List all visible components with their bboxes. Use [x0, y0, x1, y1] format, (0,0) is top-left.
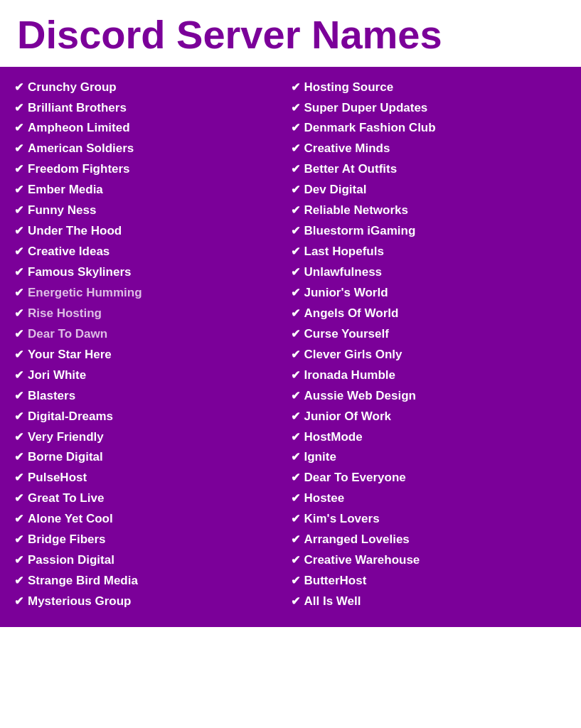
checkmark-icon: ✔ — [291, 553, 300, 567]
list-item: ✔Bluestorm iGaming — [291, 223, 567, 240]
list-item: ✔American Soldiers — [14, 141, 291, 157]
checkmark-icon: ✔ — [14, 327, 23, 341]
item-name: Creative Minds — [304, 141, 390, 157]
checkmark-icon: ✔ — [14, 553, 23, 567]
item-name: Angels Of World — [304, 306, 399, 322]
item-name: Ampheon Limited — [28, 120, 130, 136]
checkmark-icon: ✔ — [291, 121, 300, 134]
checkmark-icon: ✔ — [291, 80, 300, 94]
list-item: ✔Dear To Everyone — [291, 470, 567, 486]
list-item: ✔Creative Minds — [291, 141, 567, 157]
item-name: Junior Of Work — [304, 409, 391, 425]
item-name: Unlawfulness — [304, 264, 383, 281]
list-item: ✔Unlawfulness — [291, 264, 567, 281]
item-name: Your Star Here — [28, 347, 112, 363]
item-name: All Is Well — [304, 594, 361, 610]
checkmark-icon: ✔ — [14, 245, 23, 258]
checkmark-icon: ✔ — [14, 162, 23, 176]
item-name: Creative Warehouse — [304, 552, 420, 569]
list-item: ✔Jori White — [14, 368, 291, 384]
checkmark-icon: ✔ — [14, 80, 23, 94]
list-item: ✔Ember Media — [14, 182, 291, 198]
list-item: ✔Energetic Humming — [14, 285, 291, 301]
item-name: Kim's Lovers — [304, 511, 380, 528]
checkmark-icon: ✔ — [291, 594, 300, 608]
list-item: ✔Aussie Web Design — [291, 388, 567, 405]
item-name: Famous Skyliners — [28, 264, 132, 281]
checkmark-icon: ✔ — [291, 574, 300, 587]
checkmark-icon: ✔ — [14, 265, 23, 279]
page-title: Discord Server Names — [17, 13, 564, 57]
list-item: ✔Ignite — [291, 449, 567, 466]
checkmark-icon: ✔ — [291, 348, 300, 361]
item-name: Great To Live — [28, 491, 104, 507]
list-item: ✔Creative Warehouse — [291, 552, 567, 569]
list-item: ✔Famous Skyliners — [14, 264, 291, 281]
checkmark-icon: ✔ — [291, 224, 300, 237]
list-item: ✔Arranged Lovelies — [291, 532, 567, 548]
item-name: Ironada Humble — [304, 368, 395, 384]
checkmark-icon: ✔ — [291, 512, 300, 525]
checkmark-icon: ✔ — [291, 491, 300, 505]
item-name: Freedom Fighters — [28, 161, 130, 178]
item-name: PulseHost — [28, 470, 87, 486]
item-name: Mysterious Group — [28, 594, 131, 610]
item-name: Ember Media — [28, 182, 103, 198]
list-item: ✔Hosting Source — [291, 80, 567, 96]
item-name: Passion Digital — [28, 552, 114, 569]
item-name: Digital-Dreams — [28, 409, 113, 425]
item-name: Dear To Dawn — [28, 326, 107, 343]
list-item: ✔Curse Yourself — [291, 326, 567, 343]
checkmark-icon: ✔ — [14, 348, 23, 361]
item-name: Super Duper Updates — [304, 100, 428, 117]
checkmark-icon: ✔ — [14, 450, 23, 464]
list-item: ✔Blasters — [14, 388, 291, 405]
item-name: Dev Digital — [304, 182, 367, 198]
item-name: Brilliant Brothers — [28, 100, 127, 117]
list-item: ✔PulseHost — [14, 470, 291, 486]
checkmark-icon: ✔ — [291, 327, 300, 341]
item-name: Bridge Fibers — [28, 532, 106, 548]
list-item: ✔Strange Bird Media — [14, 573, 291, 589]
item-name: Bluestorm iGaming — [304, 223, 416, 240]
list-item: ✔All Is Well — [291, 594, 567, 610]
list-item: ✔Junior Of Work — [291, 409, 567, 425]
checkmark-icon: ✔ — [14, 594, 23, 608]
list-item: ✔Freedom Fighters — [14, 161, 291, 178]
list-item: ✔Funny Ness — [14, 203, 291, 219]
item-name: Under The Hood — [28, 223, 122, 240]
item-name: Rise Hosting — [28, 306, 102, 322]
item-name: Strange Bird Media — [28, 573, 138, 589]
list-item: ✔Borne Digital — [14, 449, 291, 466]
checkmark-icon: ✔ — [14, 286, 23, 299]
list-item: ✔Dev Digital — [291, 182, 567, 198]
list-item: ✔Crunchy Group — [14, 80, 291, 96]
checkmark-icon: ✔ — [291, 162, 300, 176]
list-item: ✔ButterHost — [291, 573, 567, 589]
list-item: ✔HostMode — [291, 429, 567, 446]
item-name: Alone Yet Cool — [28, 511, 113, 528]
item-name: Blasters — [28, 388, 75, 405]
checkmark-icon: ✔ — [291, 532, 300, 546]
checkmark-icon: ✔ — [291, 203, 300, 217]
item-name: Clever Girls Only — [304, 347, 403, 363]
checkmark-icon: ✔ — [291, 389, 300, 402]
checkmark-icon: ✔ — [291, 306, 300, 320]
right-column: ✔Hosting Source✔Super Duper Updates✔Denm… — [291, 80, 567, 614]
item-name: ButterHost — [304, 573, 367, 589]
list-item: ✔Junior's World — [291, 285, 567, 301]
list-item: ✔Alone Yet Cool — [14, 511, 291, 528]
item-name: Aussie Web Design — [304, 388, 416, 405]
checkmark-icon: ✔ — [291, 410, 300, 423]
list-item: ✔Denmark Fashion Club — [291, 120, 567, 136]
checkmark-icon: ✔ — [14, 491, 23, 505]
checkmark-icon: ✔ — [291, 286, 300, 299]
checkmark-icon: ✔ — [14, 389, 23, 402]
item-name: Denmark Fashion Club — [304, 120, 436, 136]
left-column: ✔Crunchy Group✔Brilliant Brothers✔Ampheo… — [14, 80, 291, 614]
item-name: Ignite — [304, 449, 336, 466]
list-item: ✔Your Star Here — [14, 347, 291, 363]
item-name: Borne Digital — [28, 449, 103, 466]
checkmark-icon: ✔ — [291, 245, 300, 258]
list-item: ✔Very Friendly — [14, 429, 291, 446]
